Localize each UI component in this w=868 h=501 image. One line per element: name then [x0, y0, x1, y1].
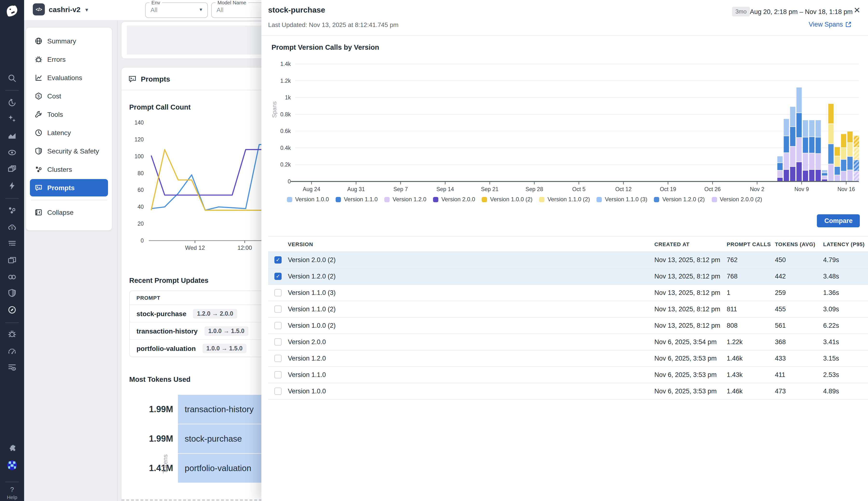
version-row[interactable]: Version 1.0.0 (2) Nov 13, 2025, 8:12 pm … — [268, 318, 868, 334]
rail-gauge-button[interactable] — [8, 347, 17, 356]
version-row[interactable]: Version 1.1.0 (3) Nov 13, 2025, 8:12 pm … — [268, 285, 868, 301]
version-calls-legend: Version 1.0.0Version 1.1.0Version 1.2.0V… — [287, 196, 762, 203]
column-header[interactable]: PROMPT CALLS — [727, 241, 775, 247]
rail-sparkles-button[interactable] — [8, 114, 17, 123]
version-change-badge: 1.0.0 → 1.5.0 — [205, 326, 248, 336]
legend-item[interactable]: Version 1.2.0 — [384, 196, 426, 203]
sidebar-collapse-button[interactable]: Collapse — [30, 204, 108, 221]
rail-audit-button[interactable] — [8, 363, 17, 372]
bar-segment — [784, 170, 789, 181]
column-header[interactable]: VERSION — [288, 241, 655, 247]
row-checkbox[interactable] — [274, 371, 282, 379]
rail-layers-button[interactable] — [8, 164, 17, 173]
code-icon: </> — [33, 3, 45, 15]
column-header[interactable]: TOKENS (AVG) — [775, 241, 823, 247]
time-range-badge[interactable]: 3mo — [732, 7, 750, 17]
legend-item[interactable]: Version 2.0.0 — [433, 196, 475, 203]
links-icon — [8, 273, 17, 281]
rail-search-button[interactable] — [8, 74, 17, 83]
close-icon[interactable]: ✕ — [854, 5, 860, 15]
bar-segment — [847, 157, 853, 170]
legend-item[interactable]: Version 2.0.0 (2) — [712, 196, 762, 203]
content-divider — [117, 20, 118, 501]
legend-item[interactable]: Version 1.2.0 (2) — [654, 196, 705, 203]
sidebar-item-clusters[interactable]: Clusters — [30, 161, 108, 178]
rail-bug-button[interactable] — [8, 330, 17, 338]
rail-integrations-button[interactable] — [8, 444, 17, 453]
cell-created-at: Nov 6, 2025, 3:53 pm — [655, 371, 727, 379]
rail-logs-button[interactable] — [8, 239, 17, 248]
cell-created-at: Nov 6, 2025, 3:53 pm — [655, 355, 727, 362]
view-spans-link[interactable]: View Spans — [809, 21, 851, 28]
row-checkbox[interactable] — [274, 322, 282, 329]
env-filter-select[interactable]: Env All ▼ — [145, 2, 208, 18]
bar-segment — [847, 143, 853, 156]
cell-created-at: Nov 6, 2025, 3:54 pm — [655, 338, 727, 345]
rail-cost-cloud-button[interactable]: $ — [8, 223, 17, 232]
version-row[interactable]: Version 1.2.0 Nov 6, 2025, 3:53 pm 1.46k… — [268, 350, 868, 367]
workspace-selector[interactable]: </> cashri-v2 ▼ — [33, 3, 89, 15]
version-row[interactable]: Version 1.0.0 Nov 6, 2025, 3:53 pm 1.46k… — [268, 383, 868, 399]
row-checkbox[interactable] — [274, 355, 282, 362]
rail-watchdog-button[interactable] — [8, 148, 17, 157]
bar-segment — [784, 153, 789, 169]
rail-security-button[interactable] — [8, 289, 17, 297]
legend-item[interactable]: Version 1.1.0 (2) — [539, 196, 590, 203]
sidebar-item-tools[interactable]: Tools — [30, 106, 108, 123]
user-avatar[interactable] — [7, 460, 17, 470]
dropdown-arrow-icon: ▼ — [199, 7, 203, 12]
cell-tokens-avg: 473 — [775, 387, 823, 395]
version-row[interactable]: Version 2.0.0 Nov 6, 2025, 3:54 pm 1.22k… — [268, 334, 868, 350]
row-checkbox[interactable] — [274, 306, 282, 313]
sidebar-item-evaluations[interactable]: Evaluations — [30, 69, 108, 86]
svg-text:1.2k: 1.2k — [281, 78, 291, 84]
column-header[interactable]: LATENCY (P95) — [823, 241, 868, 247]
bar-segment — [847, 131, 853, 142]
bug-icon — [8, 330, 17, 338]
prompt-name: transaction-history — [136, 327, 198, 335]
version-row[interactable]: ✓ Version 2.0.0 (2) Nov 13, 2025, 8:12 p… — [268, 252, 868, 268]
column-header[interactable]: CREATED AT — [655, 241, 727, 247]
sidebar-item-cost[interactable]: $Cost — [30, 87, 108, 105]
rail-history-button[interactable] — [8, 98, 17, 107]
row-checkbox[interactable]: ✓ — [274, 256, 282, 264]
version-row[interactable]: ✓ Version 1.2.0 (2) Nov 13, 2025, 8:12 p… — [268, 268, 868, 285]
svg-text:Nov 9: Nov 9 — [794, 186, 809, 192]
cell-created-at: Nov 13, 2025, 8:12 pm — [655, 273, 727, 280]
evaluations-icon — [35, 74, 42, 82]
legend-label: Version 1.0.0 — [295, 196, 329, 203]
time-range-text[interactable]: Aug 20, 2:18 pm – Nov 18, 1:18 pm — [750, 8, 853, 15]
version-calls-chart: 00.2k0.4k0.6k0.8k1k1.2k1.4kAug 24Aug 31S… — [261, 53, 868, 198]
legend-item[interactable]: Version 1.1.0 — [336, 196, 377, 203]
sidebar-item-latency[interactable]: Latency — [30, 124, 108, 141]
sidebar-item-security-safety[interactable]: Security & Safety — [30, 142, 108, 160]
rail-rum-button[interactable] — [8, 256, 17, 265]
rail-metrics-button[interactable] — [8, 131, 17, 140]
rail-bolt-button[interactable] — [8, 181, 17, 190]
sidebar-item-errors[interactable]: Errors — [30, 51, 108, 68]
rail-links-button[interactable] — [8, 273, 17, 281]
row-checkbox[interactable] — [274, 289, 282, 296]
sidebar-item-summary[interactable]: Summary — [30, 32, 108, 50]
rail-clusters-button[interactable] — [8, 206, 17, 215]
version-row[interactable]: Version 1.1.0 (2) Nov 13, 2025, 8:12 pm … — [268, 301, 868, 318]
legend-item[interactable]: Version 1.1.0 (3) — [597, 196, 647, 203]
help-button[interactable]: ? Help — [0, 486, 24, 500]
version-row[interactable]: Version 1.1.0 Nov 6, 2025, 3:53 pm 1.43k… — [268, 367, 868, 383]
globe-icon — [35, 37, 42, 45]
bar-segment — [841, 148, 846, 159]
cell-created-at: Nov 13, 2025, 8:12 pm — [655, 322, 727, 329]
row-checkbox[interactable] — [274, 338, 282, 345]
legend-item[interactable]: Version 1.0.0 (2) — [482, 196, 532, 203]
rail-llm-observability-button[interactable] — [8, 306, 17, 314]
bar-segment — [835, 167, 840, 175]
compare-button[interactable]: Compare — [817, 214, 860, 227]
cell-created-at: Nov 13, 2025, 8:12 pm — [655, 289, 727, 296]
row-checkbox[interactable]: ✓ — [274, 273, 282, 280]
legend-item[interactable]: Version 1.0.0 — [287, 196, 329, 203]
datadog-logo-icon[interactable] — [5, 4, 19, 18]
bar-segment — [777, 171, 783, 177]
row-checkbox[interactable] — [274, 387, 282, 395]
drawer-title: stock-purchase — [268, 6, 325, 14]
sidebar-item-prompts[interactable]: Prompts — [30, 179, 108, 196]
